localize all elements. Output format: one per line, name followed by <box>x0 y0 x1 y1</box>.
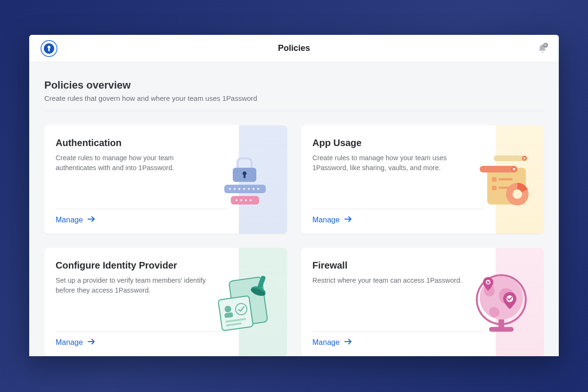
svg-rect-3 <box>238 159 251 172</box>
svg-point-12 <box>248 188 250 190</box>
svg-point-19 <box>250 199 252 201</box>
card-divider <box>56 209 228 209</box>
arrow-right-icon <box>88 216 95 224</box>
svg-point-11 <box>243 188 245 190</box>
content-area: Policies overview Create rules that gove… <box>29 62 559 356</box>
manage-link-firewall[interactable]: Manage <box>312 338 484 347</box>
card-divider <box>56 331 228 332</box>
svg-rect-6 <box>244 174 245 178</box>
manage-link-identity-provider[interactable]: Manage <box>56 338 228 347</box>
svg-rect-28 <box>498 187 510 189</box>
section-divider <box>44 111 544 111</box>
card-divider <box>312 331 484 332</box>
manage-link-authentication[interactable]: Manage <box>56 216 228 224</box>
svg-point-14 <box>257 188 259 190</box>
svg-rect-38 <box>257 275 266 290</box>
manage-label: Manage <box>312 216 340 224</box>
card-title: Authentication <box>56 138 228 148</box>
card-firewall[interactable]: Firewall Restrict where your team can ac… <box>301 248 544 356</box>
card-identity-provider[interactable]: Configure Identity Provider Set up a pro… <box>44 248 287 356</box>
svg-point-18 <box>245 199 247 201</box>
card-authentication[interactable]: Authentication Create rules to manage ho… <box>44 125 287 234</box>
svg-point-10 <box>238 188 240 190</box>
card-app-usage[interactable]: App Usage Create rules to manage how you… <box>301 125 544 234</box>
card-title: Configure Identity Provider <box>56 260 228 271</box>
notifications-button[interactable]: 0 <box>537 43 547 54</box>
arrow-right-icon <box>88 338 95 347</box>
card-description: Create rules to manage how your team aut… <box>56 153 211 173</box>
svg-rect-42 <box>498 319 504 328</box>
notification-count-badge: 0 <box>543 43 548 48</box>
card-illustration-panel <box>239 248 287 356</box>
svg-point-5 <box>243 172 246 175</box>
page-title: Policies <box>29 43 559 53</box>
svg-point-21 <box>522 156 527 161</box>
svg-point-45 <box>506 295 513 302</box>
card-illustration-panel <box>239 125 287 234</box>
svg-rect-1 <box>49 48 50 51</box>
svg-point-24 <box>512 167 517 172</box>
arrow-right-icon <box>344 338 352 347</box>
app-window: Policies 0 Policies overview Create rule… <box>29 35 559 356</box>
overview-subtitle: Create rules that govern how and where y… <box>44 94 544 102</box>
svg-point-39 <box>250 285 267 298</box>
card-title: Firewall <box>312 260 484 271</box>
app-logo[interactable] <box>41 40 57 57</box>
svg-point-17 <box>240 199 242 201</box>
topbar: Policies 0 <box>29 35 559 62</box>
svg-rect-26 <box>498 178 513 180</box>
policies-grid: Authentication Create rules to manage ho… <box>44 125 544 356</box>
svg-point-13 <box>253 188 254 190</box>
card-divider <box>312 209 484 209</box>
card-description: Restrict where your team can access 1Pas… <box>312 276 468 286</box>
manage-label: Manage <box>56 216 83 224</box>
card-description: Create rules to manage how your team use… <box>312 153 468 173</box>
card-illustration-panel <box>496 125 544 234</box>
card-title: App Usage <box>312 138 484 148</box>
keyhole-icon <box>44 43 54 54</box>
overview-title: Policies overview <box>44 79 544 91</box>
svg-rect-20 <box>494 155 528 161</box>
manage-label: Manage <box>312 338 340 347</box>
arrow-right-icon <box>344 216 352 224</box>
card-illustration-panel <box>496 248 544 356</box>
svg-point-30 <box>513 189 522 199</box>
svg-rect-2 <box>237 157 253 172</box>
card-description: Set up a provider to verify team members… <box>56 276 211 295</box>
manage-link-app-usage[interactable]: Manage <box>312 216 484 224</box>
svg-point-29 <box>506 183 529 205</box>
svg-point-40 <box>250 287 266 297</box>
manage-label: Manage <box>56 338 83 347</box>
